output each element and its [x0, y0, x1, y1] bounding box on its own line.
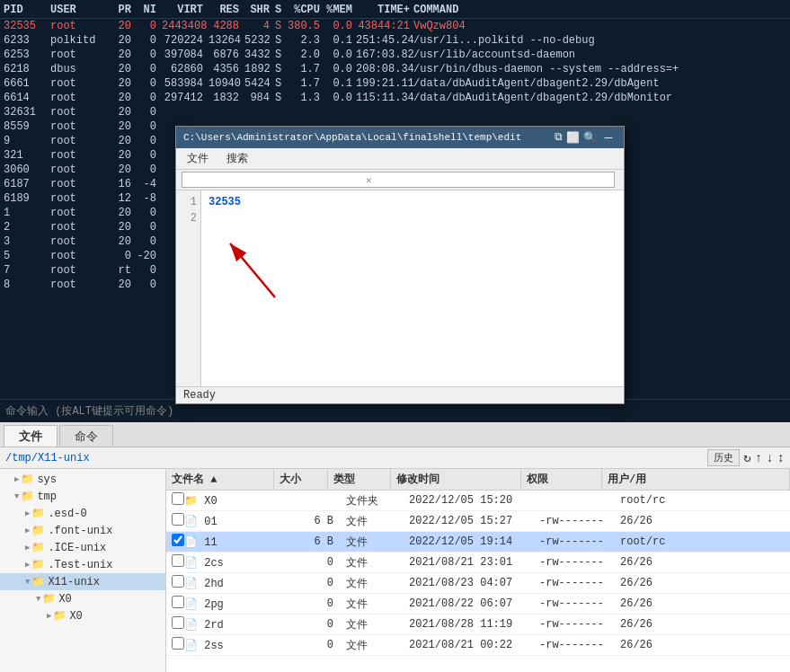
file-row[interactable]: 📄 2ss 0 文件 2021/08/21 00:22 -rw------- 2…: [166, 635, 790, 656]
dialog-editor: 1 2 32535: [176, 190, 624, 386]
dialog-toolbar: ✕: [176, 170, 624, 190]
col-header-cpu: %CPU: [288, 4, 324, 16]
download-icon[interactable]: ↓: [766, 451, 773, 465]
tree-item[interactable]: ▶📁X0: [0, 607, 165, 624]
paste-icon[interactable]: ⬜: [566, 131, 580, 145]
file-row[interactable]: 📄 01 6 B 文件 2022/12/05 15:27 -rw------- …: [166, 511, 790, 532]
current-path: /tmp/X11-unix: [5, 452, 90, 464]
editor-line-1: 32535: [209, 194, 617, 210]
col-header-mtime: 修改时间: [391, 469, 521, 490]
tree-item[interactable]: ▶📁.font-unix: [0, 522, 165, 539]
process-row: 6233 polkitd 20 0 720224 13264 5232 S 2.…: [0, 33, 790, 48]
line-number-2: 2: [180, 210, 197, 226]
file-row[interactable]: 📄 2rd 0 文件 2021/08/28 11:19 -rw------- 2…: [166, 615, 790, 635]
line-numbers: 1 2: [176, 190, 201, 386]
file-panel: 文件名 ▲ 大小 类型 修改时间 权限 用户/用 📁 X0 文件夹 2022/1…: [166, 469, 790, 672]
process-table-header: PID USER PR NI VIRT RES SHR S %CPU %MEM …: [0, 2, 790, 19]
search-input-bar: ✕: [182, 172, 615, 188]
file-browser: ▶📁sys▼📁tmp▶📁.esd-0▶📁.font-unix▶📁.ICE-uni…: [0, 469, 790, 672]
tree-item[interactable]: ▼📁tmp: [0, 488, 165, 505]
file-row[interactable]: 📄 11 6 B 文件 2022/12/05 19:14 -rw------- …: [166, 532, 790, 553]
search-clear-icon[interactable]: ✕: [366, 174, 372, 186]
refresh-icon[interactable]: ↻: [743, 450, 750, 465]
tree-item[interactable]: ▶📁.Test-unix: [0, 556, 165, 573]
col-header-size: 大小: [274, 469, 328, 490]
col-header-pid: PID: [4, 4, 50, 16]
file-row[interactable]: 📁 X0 文件夹 2022/12/05 15:20 root/rc: [166, 491, 790, 511]
process-row: 6614 root 20 0 297412 1832 984 S 1.3 0.0…: [0, 91, 790, 105]
process-row: 6253 root 20 0 397084 6876 3432 S 2.0 0.…: [0, 48, 790, 62]
tree-item[interactable]: ▶📁sys: [0, 471, 165, 488]
copy-icon[interactable]: ⧉: [555, 131, 563, 144]
file-list-body: 📁 X0 文件夹 2022/12/05 15:20 root/rc 📄 01 6…: [166, 491, 790, 672]
col-header-shr: SHR: [244, 4, 275, 16]
bottom-section: 文件 命令 /tmp/X11-unix 历史 ↻ ↑ ↓ ↕ ▶📁sys▼📁tm…: [0, 422, 790, 672]
dialog-menu-file[interactable]: 文件: [183, 150, 212, 167]
file-list-header: 文件名 ▲ 大小 类型 修改时间 权限 用户/用: [166, 469, 790, 491]
file-row[interactable]: 📄 2hd 0 文件 2021/08/23 04:07 -rw------- 2…: [166, 573, 790, 594]
col-header-filename: 文件名 ▲: [166, 469, 274, 490]
dialog-close-button[interactable]: —: [600, 129, 617, 146]
tree-item[interactable]: ▶📁.esd-0: [0, 505, 165, 522]
terminal-area: PID USER PR NI VIRT RES SHR S %CPU %MEM …: [0, 0, 790, 422]
tree-item[interactable]: ▶📁.ICE-unix: [0, 539, 165, 556]
dialog-status: Ready: [176, 386, 624, 403]
dialog-content: 1 2 32535: [176, 190, 624, 386]
dialog-title: C:\Users\Administrator\AppData\Local\fin…: [183, 132, 521, 143]
search-title-icon[interactable]: 🔍: [583, 131, 597, 145]
process-row: 32631 root 20 0: [0, 105, 790, 119]
tab-command[interactable]: 命令: [59, 425, 113, 447]
dialog-menu-search[interactable]: 搜索: [223, 150, 252, 167]
tab-file[interactable]: 文件: [4, 425, 58, 447]
col-header-mem: %MEM: [324, 4, 356, 16]
path-bar: /tmp/X11-unix 历史 ↻ ↑ ↓ ↕: [0, 447, 790, 469]
col-header-type: 类型: [328, 469, 391, 490]
file-row[interactable]: 📄 2cs 0 文件 2021/08/21 23:01 -rw------- 2…: [166, 553, 790, 573]
line-number-1: 1: [180, 194, 197, 210]
col-header-cmd: COMMAND: [413, 4, 786, 16]
process-row: 6218 dbus 20 0 62860 4356 1892 S 1.7 0.0…: [0, 62, 790, 76]
col-header-res: RES: [209, 4, 244, 16]
col-header-s: S: [275, 4, 288, 16]
tree-panel: ▶📁sys▼📁tmp▶📁.esd-0▶📁.font-unix▶📁.ICE-uni…: [0, 469, 166, 672]
col-header-perm: 权限: [521, 469, 602, 490]
editor-lines[interactable]: 32535: [201, 190, 624, 386]
dialog-titlebar: C:\Users\Administrator\AppData\Local\fin…: [176, 127, 624, 148]
dialog-menubar: 文件 搜索: [176, 148, 624, 170]
file-row[interactable]: 📄 2pg 0 文件 2021/08/22 06:07 -rw------- 2…: [166, 594, 790, 615]
pid-value: 32535: [209, 196, 241, 208]
col-header-user: USER: [50, 4, 111, 16]
editor-line-2: [209, 210, 617, 226]
up-icon[interactable]: ↑: [755, 451, 762, 465]
tab-bar: 文件 命令: [0, 422, 790, 447]
col-header-pr: PR: [111, 4, 137, 16]
tree-item[interactable]: ▼📁X0: [0, 590, 165, 607]
col-header-virt: VIRT: [162, 4, 209, 16]
tree-item[interactable]: ▼📁X11-unix: [0, 573, 165, 590]
upload-icon[interactable]: ↕: [777, 451, 785, 465]
col-header-user: 用户/用: [602, 469, 790, 490]
process-row: 6661 root 20 0 583984 10940 5424 S 1.7 0…: [0, 76, 790, 91]
col-header-time: TIME+: [356, 4, 413, 16]
dialog-search-input[interactable]: [186, 173, 366, 186]
history-button[interactable]: 历史: [707, 449, 740, 466]
process-row: 32535 root 20 0 2443408 4288 4 S 380.5 0…: [0, 19, 790, 33]
cmd-hint: 命令输入 (按ALT键提示可用命令): [5, 405, 173, 418]
edit-dialog: C:\Users\Administrator\AppData\Local\fin…: [175, 126, 625, 404]
col-header-ni: NI: [137, 4, 162, 16]
